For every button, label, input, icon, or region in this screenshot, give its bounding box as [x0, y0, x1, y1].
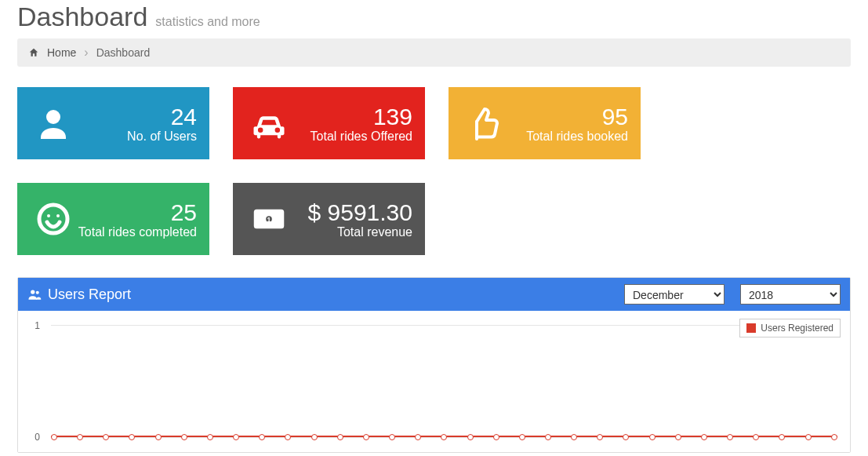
data-point	[259, 434, 265, 440]
data-point	[467, 434, 474, 440]
y-axis: 1 0	[26, 320, 40, 443]
data-point	[181, 434, 187, 440]
year-select[interactable]: 2018	[740, 284, 841, 305]
page-title: Dashboard	[17, 2, 147, 32]
data-point	[337, 434, 343, 440]
y-tick: 0	[35, 432, 40, 443]
data-point	[779, 434, 785, 440]
stat-cards: 24 No. of Users 139 Total rides Offered …	[17, 87, 851, 255]
card-rides-completed[interactable]: 25 Total rides completed	[17, 183, 209, 255]
svg-point-8	[36, 291, 39, 294]
data-point	[753, 434, 759, 440]
panel-header: Users Report December 2018	[18, 278, 850, 311]
data-point	[675, 434, 681, 440]
svg-point-7	[31, 290, 35, 294]
stat-value: 139	[311, 104, 412, 130]
data-point	[623, 434, 629, 440]
page-header: Dashboard statistics and more	[17, 0, 851, 38]
stat-label: Total rides booked	[526, 130, 628, 144]
chart-area: Users Registered 1 0	[18, 311, 850, 452]
data-point	[363, 434, 369, 440]
data-point	[701, 434, 707, 440]
stat-label: No. of Users	[127, 130, 197, 144]
user-icon	[30, 100, 77, 147]
data-point	[571, 434, 577, 440]
data-point	[285, 434, 291, 440]
stat-value: 25	[78, 199, 197, 225]
svg-point-2	[47, 214, 50, 217]
data-point	[389, 434, 395, 440]
data-point	[519, 434, 525, 440]
stat-value: 24	[127, 104, 197, 130]
data-point	[649, 434, 656, 440]
data-points	[51, 434, 837, 440]
data-point	[727, 434, 733, 440]
data-point	[415, 434, 421, 440]
svg-point-0	[46, 110, 60, 124]
data-point	[441, 434, 447, 440]
chevron-right-icon: ›	[84, 47, 88, 58]
data-point	[77, 434, 83, 440]
data-point	[129, 434, 135, 440]
chart-legend: Users Registered	[739, 319, 841, 337]
data-point	[103, 434, 109, 440]
breadcrumb: Home › Dashboard	[17, 38, 851, 67]
data-point	[311, 434, 318, 440]
stat-label: Total revenue	[308, 225, 412, 239]
data-point	[233, 434, 239, 440]
stat-label: Total rides Offered	[311, 130, 412, 144]
data-point	[51, 434, 57, 440]
thumbs-up-icon	[461, 100, 508, 147]
breadcrumb-home-link[interactable]: Home	[47, 46, 76, 59]
stat-value: 95	[526, 104, 628, 130]
legend-swatch	[746, 323, 756, 333]
data-point	[597, 434, 603, 440]
svg-text:1: 1	[267, 216, 271, 224]
data-point	[493, 434, 499, 440]
smile-icon	[30, 195, 77, 243]
users-icon	[27, 287, 42, 301]
month-select[interactable]: December	[624, 284, 725, 305]
data-point	[545, 434, 551, 440]
card-rides-booked[interactable]: 95 Total rides booked	[449, 87, 641, 159]
data-point	[207, 434, 213, 440]
svg-point-1	[39, 205, 67, 233]
data-point	[805, 434, 812, 440]
stat-value: $ 9591.30	[308, 199, 412, 225]
data-point	[155, 434, 162, 440]
breadcrumb-current: Dashboard	[96, 46, 151, 59]
page-subtitle: statistics and more	[155, 15, 260, 29]
y-tick: 1	[35, 320, 40, 331]
card-users[interactable]: 24 No. of Users	[17, 87, 209, 159]
card-revenue[interactable]: 1 $ 9591.30 Total revenue	[233, 183, 425, 255]
money-icon: 1	[245, 195, 292, 243]
stat-label: Total rides completed	[78, 225, 197, 239]
panel-title: Users Report	[48, 286, 131, 303]
plot-area	[51, 325, 837, 438]
users-report-panel: Users Report December 2018 Users Registe…	[17, 277, 851, 453]
legend-label: Users Registered	[761, 323, 833, 334]
svg-point-3	[56, 214, 60, 217]
home-icon	[28, 47, 39, 58]
card-rides-offered[interactable]: 139 Total rides Offered	[233, 87, 425, 159]
data-point	[831, 434, 837, 440]
car-icon	[245, 100, 292, 147]
